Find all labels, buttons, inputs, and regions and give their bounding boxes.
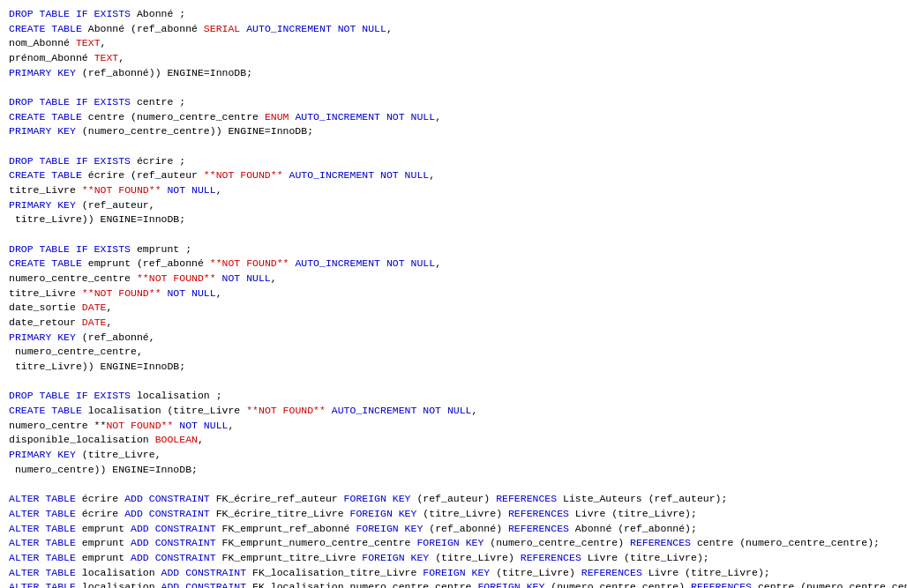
notfound: **NOT FOUND** xyxy=(82,184,161,196)
keyword: ADD CONSTRAINT xyxy=(131,537,216,548)
keyword: PRIMARY KEY xyxy=(9,199,76,211)
keyword: REFERENCES xyxy=(630,537,691,548)
keyword: FOREIGN KEY xyxy=(416,537,483,548)
code-editor: DROP TABLE IF EXISTS Abonné ; CREATE TAB… xyxy=(9,7,898,588)
keyword: FOREIGN KEY xyxy=(477,581,544,588)
keyword: ADD CONSTRAINT xyxy=(131,552,216,563)
keyword: ADD CONSTRAINT xyxy=(124,493,210,504)
keyword: AUTO_INCREMENT NOT NULL xyxy=(295,257,435,269)
keyword: ADD CONSTRAINT xyxy=(124,508,210,519)
datatype: DATE xyxy=(82,316,107,328)
keyword: REFERENCES xyxy=(508,508,569,519)
keyword: DROP TABLE IF EXISTS xyxy=(9,8,131,19)
keyword: DROP TABLE IF EXISTS xyxy=(9,155,131,167)
keyword: FOREIGN KEY xyxy=(344,493,411,504)
code-content: DROP TABLE IF EXISTS Abonné ; CREATE TAB… xyxy=(9,7,898,588)
notfound: NOT FOUND** xyxy=(106,420,173,431)
notfound: **NOT FOUND** xyxy=(137,272,216,284)
datatype: DATE xyxy=(82,301,107,313)
notfound: **NOT FOUND** xyxy=(210,257,289,269)
notfound: **NOT FOUND** xyxy=(82,287,161,299)
keyword: FOREIGN KEY xyxy=(350,508,417,519)
keyword: ADD CONSTRAINT xyxy=(161,581,247,588)
keyword: PRIMARY KEY xyxy=(9,449,76,460)
keyword: REFERENCES xyxy=(496,493,557,504)
keyword: AUTO_INCREMENT NOT NULL xyxy=(289,169,429,181)
keyword: REFERENCES xyxy=(581,567,642,578)
keyword: ALTER TABLE xyxy=(9,581,76,588)
keyword: NOT NULL xyxy=(167,287,215,299)
keyword: CREATE TABLE xyxy=(9,23,82,34)
keyword: NOT NULL xyxy=(167,184,215,196)
keyword: DROP TABLE IF EXISTS xyxy=(9,243,131,255)
keyword: PRIMARY KEY xyxy=(9,331,76,343)
keyword: AUTO_INCREMENT NOT NULL xyxy=(295,111,435,123)
notfound: **NOT FOUND** xyxy=(204,169,283,181)
keyword: ALTER TABLE xyxy=(9,552,76,563)
keyword: PRIMARY KEY xyxy=(9,125,76,137)
keyword: NOT NULL xyxy=(179,420,228,431)
keyword: ALTER TABLE xyxy=(9,508,76,519)
keyword: ADD CONSTRAINT xyxy=(131,523,216,534)
keyword: ALTER TABLE xyxy=(9,537,76,548)
datatype: ENUM xyxy=(265,111,289,123)
keyword: REFERENCES xyxy=(691,581,752,588)
keyword: AUTO_INCREMENT NOT NULL xyxy=(246,23,386,34)
keyword: ALTER TABLE xyxy=(9,493,76,504)
notfound: **NOT FOUND** xyxy=(246,405,326,416)
keyword: REFERENCES xyxy=(508,523,569,534)
keyword: DROP TABLE IF EXISTS xyxy=(9,96,131,108)
datatype: SERIAL xyxy=(204,23,240,34)
keyword: CREATE TABLE xyxy=(9,405,82,416)
keyword: DROP TABLE IF EXISTS xyxy=(9,390,131,401)
keyword: CREATE TABLE xyxy=(9,257,82,269)
keyword: REFERENCES xyxy=(521,552,581,563)
keyword: FOREIGN KEY xyxy=(362,552,429,563)
datatype: TEXT xyxy=(94,52,119,63)
datatype: BOOLEAN xyxy=(155,434,198,445)
keyword: ALTER TABLE xyxy=(9,523,76,534)
keyword: FOREIGN KEY xyxy=(423,567,490,578)
keyword: PRIMARY KEY xyxy=(9,67,76,78)
keyword: NOT NULL xyxy=(222,272,271,284)
keyword: FOREIGN KEY xyxy=(356,523,423,534)
keyword: AUTO_INCREMENT NOT NULL xyxy=(332,405,472,416)
keyword: ALTER TABLE xyxy=(9,567,76,578)
keyword: ADD CONSTRAINT xyxy=(161,567,247,578)
keyword: CREATE TABLE xyxy=(9,111,82,123)
keyword: CREATE TABLE xyxy=(9,169,82,181)
datatype: TEXT xyxy=(76,37,101,48)
